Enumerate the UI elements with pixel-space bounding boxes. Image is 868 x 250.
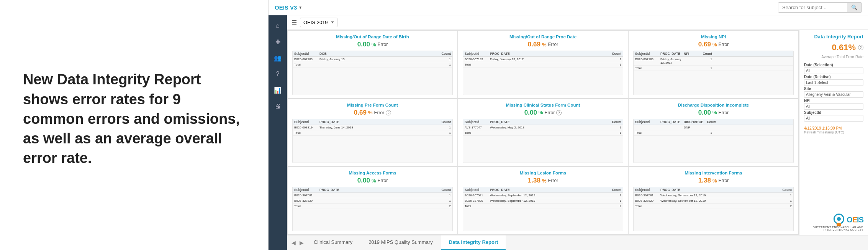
- card-table: SubjectIdPROC_DATECount B026-3075811B026…: [292, 187, 453, 231]
- card-4: Missing Clinical Status Form Count 0.00 …: [458, 99, 628, 167]
- card-title: Missing/Out of Range Date of Birth: [292, 35, 453, 39]
- card-error-line: 1.38 % Error: [633, 177, 794, 184]
- card-0: Missing/Out of Range Date of Birth 0.00 …: [287, 30, 458, 99]
- sidebar-item-add[interactable]: ✚: [270, 35, 285, 49]
- hamburger-button[interactable]: ☰: [292, 19, 297, 26]
- card-title: Missing Lesion Forms: [463, 171, 623, 175]
- card-error-line: 0.69 % Error: [463, 41, 623, 48]
- rate-help-icon[interactable]: ?: [858, 45, 863, 50]
- card-pct: %: [542, 178, 547, 184]
- sidebar-item-home[interactable]: ⌂: [270, 18, 285, 33]
- card-6: Missing Access Forms 0.00 % Error Subjec…: [287, 166, 458, 235]
- content-area: ☰ OEIS 2019 Missing/Out of Range Date of…: [287, 15, 868, 250]
- card-title: Discharge Disposition Incomplete: [633, 103, 794, 107]
- tab-clinical-summary[interactable]: Clinical Summary: [306, 235, 360, 250]
- app-body: ⌂ ✚ 👥 ? 📊 🖨 ☰ OEIS 2019 Missing/Out: [269, 15, 868, 250]
- tab-next-button[interactable]: ▶: [298, 240, 305, 246]
- card-error-line: 0.00 % Error: [292, 177, 453, 184]
- filter-group-0: Date (Selection) All: [804, 63, 863, 74]
- avg-label: Average Total Error Rate: [804, 55, 863, 59]
- card-title: Missing Intervention Forms: [633, 171, 794, 175]
- filter-select-2[interactable]: Allegheny Vein & Vascular: [804, 91, 863, 98]
- filter-group-3: NPI All: [804, 99, 863, 110]
- card-pct: %: [542, 42, 547, 48]
- card-3: Missing Pre Form Count 0.69 % Error ? Su…: [287, 99, 458, 167]
- filter-label: Site: [804, 87, 863, 91]
- card-error-line: 1.38 % Error: [463, 177, 623, 184]
- card-rate: 0.69: [528, 41, 540, 48]
- card-pct: %: [372, 42, 376, 48]
- card-error-label: Error: [377, 178, 388, 183]
- left-panel: New Data Integrity Report shows error ra…: [0, 0, 268, 250]
- filter-label: SubjectId: [804, 110, 863, 115]
- filter-select-0[interactable]: All: [804, 67, 863, 74]
- card-rate: 0.69: [698, 41, 711, 48]
- card-title: Missing Pre Form Count: [292, 103, 453, 107]
- card-error-label: Error: [374, 110, 384, 115]
- filter-group-2: Site Allegheny Vein & Vascular: [804, 87, 863, 98]
- card-error-line: 0.69 % Error ?: [292, 109, 453, 117]
- card-pct: %: [712, 110, 717, 115]
- sidebar-item-group[interactable]: 👥: [270, 51, 285, 65]
- main-heading: New Data Integrity Report shows error ra…: [23, 70, 245, 168]
- search-container: 🔍: [778, 2, 862, 13]
- card-pct: %: [539, 110, 543, 115]
- bottom-tabs: ◀ ▶ Clinical Summary 2019 MIPS Quality S…: [287, 235, 868, 250]
- main-content: Missing/Out of Range Date of Birth 0.00 …: [287, 30, 868, 235]
- sidebar: ⌂ ✚ 👥 ? 📊 🖨: [269, 15, 287, 250]
- overall-rate: 0.61%: [832, 43, 856, 53]
- app-header: OEIS V3 ▼ 🔍: [269, 0, 868, 15]
- card-rate: 1.38: [528, 177, 540, 184]
- sidebar-item-help[interactable]: ?: [270, 67, 285, 81]
- report-rate-row: 0.61% ?: [804, 43, 863, 53]
- card-pct: %: [372, 178, 376, 184]
- logo-subtitle: Outpatient Endovascular and Intervention…: [804, 226, 863, 231]
- filter-select-4[interactable]: All: [804, 115, 863, 122]
- sub-header: ☰ OEIS 2019: [287, 15, 868, 30]
- app-panel: OEIS V3 ▼ 🔍 ⌂ ✚ 👥 ? 📊 🖨 ☰ OEIS 2019: [268, 0, 868, 250]
- filter-select-1[interactable]: Last 1 Select: [804, 79, 863, 86]
- filter-label: Date (Selection): [804, 63, 863, 67]
- card-help-icon[interactable]: ?: [556, 110, 562, 115]
- sidebar-item-chart[interactable]: 📊: [270, 83, 285, 97]
- card-8: Missing Intervention Forms 1.38 % Error …: [628, 166, 799, 235]
- filter-label: Date (Relative): [804, 75, 863, 79]
- card-rate: 0.69: [354, 109, 367, 117]
- card-table: SubjectIdDOBCount B026-007183Friday, Jan…: [292, 51, 453, 95]
- app-title-dropdown-icon[interactable]: ▼: [298, 5, 302, 10]
- card-title: Missing/Out of Range Proc Date: [463, 35, 623, 39]
- refresh-timestamp: 4/12/2019 1:16:00 PM Refresh Timestamp (…: [804, 126, 863, 134]
- card-help-icon[interactable]: ?: [386, 110, 391, 115]
- tab-data-integrity[interactable]: Data Integrity Report: [441, 235, 506, 250]
- card-pct: %: [368, 110, 373, 115]
- card-table: SubjectIdPROC_DATECount B026-307581Wedne…: [633, 187, 794, 231]
- card-rate: 0.00: [357, 177, 370, 184]
- card-rate: 0.00: [524, 109, 537, 117]
- filter-group-4: SubjectId All: [804, 110, 863, 122]
- card-error-line: 0.00 % Error: [292, 41, 453, 48]
- tab-mips-quality[interactable]: 2019 MIPS Quality Summary: [361, 235, 441, 250]
- year-selector[interactable]: OEIS 2019: [300, 18, 337, 27]
- card-error-label: Error: [548, 42, 558, 47]
- logo-text: OEIS: [847, 216, 863, 224]
- tab-prev-button[interactable]: ◀: [290, 240, 297, 246]
- card-pct: %: [712, 42, 717, 48]
- card-error-line: 0.00 % Error: [633, 109, 794, 117]
- card-table: SubjectIdPROC_DATECount B026-008819Thurs…: [292, 119, 453, 163]
- search-button[interactable]: 🔍: [847, 3, 861, 12]
- cards-grid: Missing/Out of Range Date of Birth 0.00 …: [287, 30, 799, 235]
- card-error-line: 0.69 % Error: [633, 41, 794, 48]
- card-error-label: Error: [377, 42, 388, 47]
- card-title: Missing Clinical Status Form Count: [463, 103, 623, 107]
- card-table: SubjectIdPROC_DATECount B026-307581Wedne…: [463, 187, 623, 231]
- sidebar-item-print[interactable]: 🖨: [270, 99, 285, 113]
- card-rate: 1.38: [698, 177, 711, 184]
- card-5: Discharge Disposition Incomplete 0.00 % …: [628, 99, 799, 167]
- search-input[interactable]: [778, 3, 847, 12]
- app-title: OEIS V3 ▼: [275, 4, 302, 11]
- filter-group-1: Date (Relative) Last 1 Select: [804, 75, 863, 86]
- divider: [23, 180, 245, 180]
- filter-select-3[interactable]: All: [804, 103, 863, 110]
- card-rate: 0.00: [357, 41, 370, 48]
- card-table: SubjectIdPROC_DATECount AVS-177647Wednes…: [463, 119, 623, 163]
